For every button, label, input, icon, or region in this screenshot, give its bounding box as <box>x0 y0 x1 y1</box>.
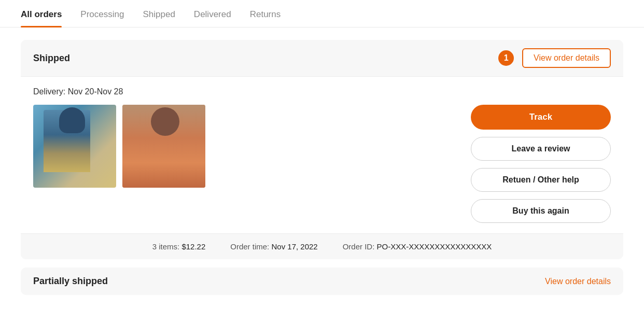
items-info: 3 items: $12.22 <box>152 242 206 251</box>
buy-again-button[interactable]: Buy this again <box>471 199 611 223</box>
delivery-dates: Nov 20-Nov 28 <box>68 87 123 96</box>
partial-status-label: Partially shipped <box>33 276 108 287</box>
view-order-details-button[interactable]: View order details <box>522 48 611 68</box>
main-content: Shipped 1 View order details Delivery: N… <box>0 27 644 307</box>
tab-shipped[interactable]: Shipped <box>143 9 175 27</box>
partial-view-details-link[interactable]: View order details <box>545 277 611 286</box>
card-footer: 3 items: $12.22 Order time: Nov 17, 2022… <box>21 233 623 259</box>
order-time-info: Order time: Nov 17, 2022 <box>230 242 317 251</box>
card-header-left: Shipped <box>33 53 70 64</box>
items-label: 3 items: <box>152 242 180 251</box>
leave-review-button[interactable]: Leave a review <box>471 137 611 161</box>
order-id-info: Order ID: PO-XXX-XXXXXXXXXXXXXXXX <box>343 242 492 251</box>
product-image-2 <box>122 105 205 188</box>
track-button[interactable]: Track <box>471 105 611 130</box>
tabs-bar: All orders Processing Shipped Delivered … <box>0 0 644 27</box>
order-time-value-text: Nov 17, 2022 <box>271 242 317 251</box>
card-header: Shipped 1 View order details <box>21 40 623 77</box>
action-buttons: Track Leave a review Retuen / Other help… <box>471 105 611 223</box>
order-time-label: Order time: <box>230 242 269 251</box>
return-help-button[interactable]: Retuen / Other help <box>471 168 611 192</box>
card-body: Delivery: Nov 20-Nov 28 Track Leave a re… <box>21 77 623 233</box>
shipped-order-card: Shipped 1 View order details Delivery: N… <box>21 40 623 259</box>
order-id-label: Order ID: <box>343 242 375 251</box>
tab-all-orders[interactable]: All orders <box>21 9 62 27</box>
tab-processing[interactable]: Processing <box>80 9 124 27</box>
order-id-value-text: PO-XXX-XXXXXXXXXXXXXXXX <box>377 242 492 251</box>
delivery-label: Delivery: <box>33 87 65 96</box>
partial-header: Partially shipped View order details <box>21 268 623 295</box>
tab-delivered[interactable]: Delivered <box>194 9 231 27</box>
partial-shipped-card: Partially shipped View order details <box>21 268 623 295</box>
product-images <box>33 105 205 188</box>
product-image-1 <box>33 105 116 188</box>
order-row: Track Leave a review Retuen / Other help… <box>33 105 611 223</box>
items-price: $12.22 <box>181 242 205 251</box>
tab-returns[interactable]: Returns <box>250 9 281 27</box>
shipped-status-label: Shipped <box>33 53 70 64</box>
card-header-right: 1 View order details <box>498 48 611 68</box>
delivery-info: Delivery: Nov 20-Nov 28 <box>33 87 611 96</box>
shipped-badge: 1 <box>498 50 514 66</box>
